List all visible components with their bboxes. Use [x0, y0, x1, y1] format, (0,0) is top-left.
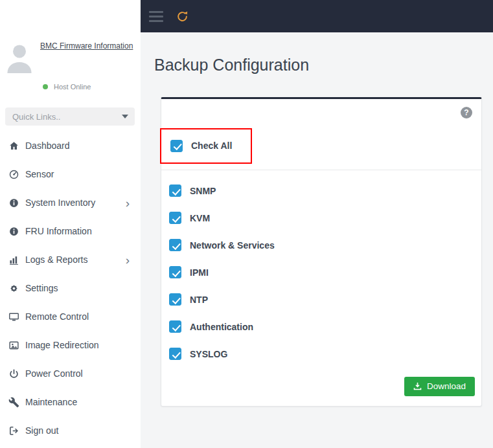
host-online-dot-icon	[43, 84, 48, 89]
sidebar-item-label: Sign out	[25, 425, 132, 436]
option-row-snmp: SNMP	[169, 177, 474, 205]
option-label: IPMI	[190, 267, 209, 278]
download-label: Download	[427, 381, 466, 391]
ipmi-checkbox[interactable]	[169, 266, 181, 278]
option-row-kvm: KVM	[169, 205, 474, 232]
option-row-network-services: Network & Services	[169, 232, 474, 259]
user-avatar-icon	[5, 40, 34, 78]
page-title: Backup Configuration	[154, 56, 493, 74]
bmc-firmware-info-link[interactable]: BMC Firmware Information	[40, 41, 137, 51]
page-content: Backup Configuration Check All SNMP KVM	[141, 32, 493, 407]
option-label: NTP	[190, 295, 208, 305]
option-label: Network & Services	[190, 240, 275, 251]
gear-icon	[8, 282, 19, 294]
backup-config-card: Check All SNMP KVM Network & Services	[161, 97, 482, 407]
syslog-checkbox[interactable]	[169, 348, 181, 360]
hamburger-menu-icon[interactable]	[149, 11, 163, 22]
backup-options-list: SNMP KVM Network & Services IPMI	[169, 177, 474, 368]
sensor-icon	[8, 168, 19, 180]
chart-icon	[8, 254, 19, 265]
dashboard-icon	[8, 140, 19, 151]
sidebar-item-label: Dashboard	[25, 140, 132, 151]
sidebar-item-label: Image Redirection	[25, 340, 132, 350]
ntp-checkbox[interactable]	[169, 293, 181, 306]
host-status: Host Online	[43, 83, 91, 91]
snmp-checkbox[interactable]	[169, 185, 181, 197]
check-all-label: Check All	[191, 140, 232, 151]
power-icon	[8, 368, 19, 379]
sidebar-nav: Dashboard Sensor System Inventory F	[0, 131, 141, 445]
authentication-checkbox[interactable]	[169, 320, 181, 333]
sidebar-item-sign-out[interactable]: Sign out	[0, 416, 141, 445]
wrench-icon	[8, 396, 19, 408]
info-icon	[8, 197, 19, 208]
sidebar-item-label: Logs & Reports	[25, 254, 126, 265]
option-label: Authentication	[190, 322, 253, 332]
info-icon	[8, 225, 19, 237]
topbar	[141, 0, 493, 32]
sidebar-item-sensor[interactable]: Sensor	[0, 160, 141, 188]
sidebar-item-power-control[interactable]: Power Control	[0, 359, 141, 388]
caret-down-icon	[122, 115, 128, 118]
option-row-authentication: Authentication	[169, 313, 474, 341]
download-icon	[413, 382, 422, 390]
sidebar-item-logs-reports[interactable]: Logs & Reports	[0, 245, 141, 274]
sidebar-item-maintenance[interactable]: Maintenance	[0, 388, 141, 416]
chevron-right-icon	[126, 254, 132, 266]
host-status-label: Host Online	[54, 83, 91, 91]
check-all-checkbox[interactable]	[170, 140, 183, 152]
sidebar-item-image-redirection[interactable]: Image Redirection	[0, 331, 141, 359]
sidebar-item-label: System Inventory	[25, 197, 126, 208]
option-row-syslog: SYSLOG	[169, 341, 474, 368]
download-button[interactable]: Download	[404, 377, 475, 396]
app-window: BMC Firmware Information Host Online Qui…	[0, 0, 493, 448]
sidebar-item-label: Maintenance	[25, 397, 132, 407]
image-icon	[8, 339, 19, 351]
card-footer: Download	[404, 377, 475, 396]
option-label: SNMP	[190, 186, 216, 196]
option-label: SYSLOG	[190, 349, 227, 359]
chevron-right-icon	[126, 197, 132, 209]
network-services-checkbox[interactable]	[169, 239, 181, 251]
kvm-checkbox[interactable]	[169, 212, 181, 224]
sidebar-item-label: Power Control	[25, 368, 132, 379]
sidebar-item-settings[interactable]: Settings	[0, 274, 141, 302]
sidebar-item-remote-control[interactable]: Remote Control	[0, 302, 141, 331]
option-row-ntp: NTP	[169, 286, 474, 313]
sidebar-item-dashboard[interactable]: Dashboard	[0, 131, 141, 160]
quick-links-placeholder: Quick Links..	[12, 112, 60, 122]
main-area: Backup Configuration Check All SNMP KVM	[141, 0, 493, 448]
divider	[161, 170, 481, 170]
sidebar-item-label: Settings	[25, 283, 132, 293]
help-icon[interactable]	[461, 107, 472, 118]
sidebar-item-system-inventory[interactable]: System Inventory	[0, 188, 141, 217]
monitor-icon	[8, 311, 19, 322]
sidebar: BMC Firmware Information Host Online Qui…	[0, 0, 141, 448]
sidebar-item-label: FRU Information	[25, 226, 132, 236]
signout-icon	[8, 425, 19, 436]
sidebar-item-label: Sensor	[25, 169, 132, 179]
refresh-icon[interactable]	[176, 10, 189, 23]
quick-links-select[interactable]: Quick Links..	[5, 107, 135, 126]
check-all-highlight-box: Check All	[160, 128, 252, 164]
option-label: KVM	[190, 213, 210, 223]
option-row-ipmi: IPMI	[169, 259, 474, 286]
sidebar-item-fru-information[interactable]: FRU Information	[0, 217, 141, 245]
sidebar-item-label: Remote Control	[25, 311, 132, 322]
